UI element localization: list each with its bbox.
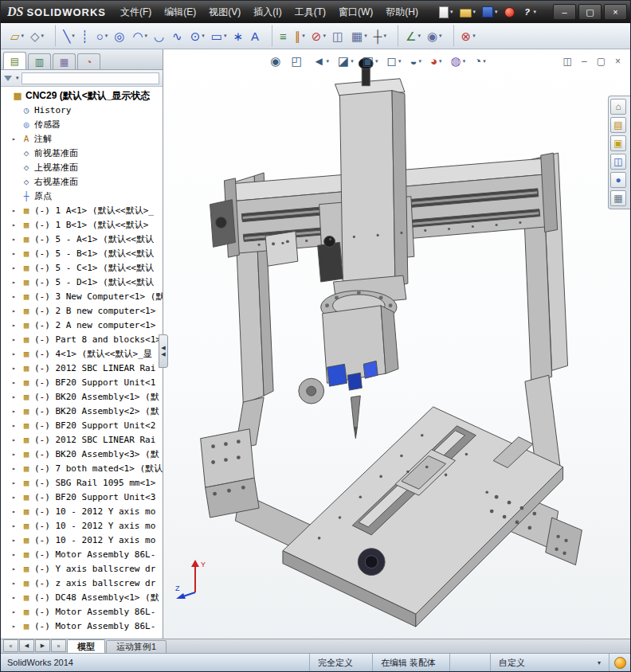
menu-item[interactable]: 视图(V) [202,2,247,22]
tree-component-item[interactable]: ▸ ▩ (-) BF20 Support Unit<3 [1,490,163,504]
file-explorer-icon[interactable]: ▣ [610,135,626,151]
menu-item[interactable]: 插入(I) [247,2,288,22]
cnc-model-canvas[interactable] [163,49,630,639]
expand-arrow-icon[interactable]: ▸ [12,135,21,143]
dimxpert-tab[interactable]: ◔ [77,53,100,69]
custom-properties-icon[interactable]: ▦ [610,190,626,206]
panel-collapse-handle[interactable]: ◀ ◀ [159,334,168,368]
expand-arrow-icon[interactable]: ▸ [12,264,21,272]
expand-arrow-icon[interactable]: ▸ [12,350,21,357]
smart-dimension-icon[interactable]: ◇ ▾ [27,25,47,47]
expand-arrow-icon[interactable]: ▸ [12,379,21,386]
filter-caret-icon[interactable]: ▾ [16,75,19,81]
tree-component-item[interactable]: ▸ ▩ (-) 3 New Computer<1> (默 [1,289,163,303]
tree-component-item[interactable]: ▸ ▩ (-) 5 - B<1> (默认<<默认 [1,246,163,260]
tree-item[interactable]: ◇ 前视基准面 [1,146,163,160]
tree-component-item[interactable]: ▸ ▩ (-) Part 8 and blocks<1> ( [1,332,163,346]
expand-arrow-icon[interactable]: ▸ [12,522,21,529]
tree-component-item[interactable]: ▸ ▩ (-) z axis ballscrew dr [1,576,163,590]
doc-minimize-icon[interactable]: – [582,56,587,67]
expand-arrow-icon[interactable]: ▸ [12,336,21,343]
expand-arrow-icon[interactable]: ▸ [12,594,21,601]
doc-close-icon[interactable]: × [615,56,621,67]
expand-arrow-icon[interactable]: ▸ [12,322,21,329]
expand-arrow-icon[interactable]: ▸ [12,436,21,443]
first-tab-button[interactable]: « [3,639,18,652]
expand-arrow-icon[interactable]: ▸ [12,465,21,472]
trim-entities-icon[interactable]: ⊘ ▾ [308,25,329,47]
view-orientation-icon[interactable]: ▣ ▾ [360,53,381,68]
doc-restore-icon[interactable]: ▢ [597,56,606,67]
expand-arrow-icon[interactable]: ▸ [12,408,21,415]
new-document-icon[interactable]: ▾ [437,4,455,20]
tree-item[interactable]: ┼ 原点 [1,189,163,203]
expand-arrow-icon[interactable]: ▸ [12,422,21,429]
save-icon[interactable]: ▾ [480,4,500,20]
line-icon[interactable]: ╲ ▾ [55,25,78,47]
tree-component-item[interactable]: ▸ ▩ (-) 10 - 2012 Y axis mo [1,533,163,547]
display-style-icon[interactable]: ◻ ▾ [384,53,403,68]
expand-arrow-icon[interactable]: ▸ [12,551,21,558]
tree-item[interactable]: ◇ 上视基准面 [1,160,163,174]
offset-entities-icon[interactable]: ∥ ▾ [292,25,308,47]
document-tab[interactable]: 模型 [67,639,105,653]
mirror-entities-icon[interactable]: ◫ [329,25,348,47]
help-icon[interactable]: ? ▾ [521,4,539,20]
display-relations-icon[interactable]: ∠ ▾ [398,25,424,47]
appearances-icon[interactable]: ● [610,172,626,188]
prev-tab-button[interactable]: ◀ [19,639,34,652]
expand-arrow-icon[interactable]: ▸ [12,221,21,229]
point-icon[interactable]: ∗ [229,25,248,47]
last-tab-button[interactable]: » [51,639,66,652]
configurationmanager-tab[interactable]: ▦ [53,53,76,69]
tree-component-item[interactable]: ▸ ▩ (-) Y axis ballscrew dr [1,561,163,576]
tree-component-item[interactable]: ▸ ▩ (-) 1 B<1> (默认<<默认> [1,217,163,232]
menu-item[interactable]: 帮助(H) [379,2,425,22]
tree-component-item[interactable]: ▸ ▩ (-) 5 - D<1> (默认<<默认 [1,275,163,289]
tree-component-item[interactable]: ▸ ▩ (-) 2012 SBC LINEAR Rai [1,361,163,375]
move-entities-icon[interactable]: ┼ ▾ [370,25,390,47]
tree-component-item[interactable]: ▸ ▩ (-) 7 both mated<1> (默认 [1,461,163,475]
edit-appearance-icon[interactable]: ◕ ▾ [428,53,445,68]
expand-arrow-icon[interactable]: ▸ [12,565,21,572]
spline-icon[interactable]: ∿ [169,25,187,47]
circle-icon[interactable]: ○ ▾ [93,25,112,47]
quick-snaps-icon[interactable]: ◉ ▾ [424,25,445,47]
tree-component-item[interactable]: ▸ ▩ (-) Motor Assembly 86L- [1,619,163,633]
close-button[interactable]: × [604,4,627,20]
expand-arrow-icon[interactable]: ▸ [12,537,21,544]
text-icon[interactable]: A [248,25,264,47]
tree-item[interactable]: ◷ History [1,103,163,117]
graphics-viewport[interactable]: ◉ ◰ ◄ ▾ ◪ ▾ ▣ ▾ ◻ [163,49,630,639]
tree-component-item[interactable]: ▸ ▩ (-) 1 A<1> (默认<<默认>_ [1,203,163,217]
expand-arrow-icon[interactable]: ▸ [12,207,21,214]
menu-item[interactable]: 编辑(E) [158,2,202,22]
design-library-icon[interactable]: ▤ [610,117,626,133]
help-status-icon[interactable] [609,654,630,671]
tree-item[interactable]: ◎ 传感器 [1,117,163,131]
tree-component-item[interactable]: ▸ ▩ (-) BK20 Assembly<1> (默 [1,389,163,404]
expand-arrow-icon[interactable]: ▸ [12,293,21,300]
minimize-button[interactable]: – [553,4,576,20]
tree-component-item[interactable]: ▸ ▩ (-) BK20 Assembly<3> (默 [1,447,163,461]
expand-arrow-icon[interactable]: ▸ [12,623,21,630]
propertymanager-tab[interactable]: ▥ [28,53,51,69]
apply-scene-icon[interactable]: ◍ ▾ [449,53,468,68]
expand-arrow-icon[interactable]: ▸ [12,580,21,587]
open-icon[interactable]: ▾ [458,4,478,20]
tree-component-item[interactable]: ▸ ▩ (-) 2012 SBC LINEAR Rai [1,432,163,447]
filter-funnel-icon[interactable] [4,76,12,81]
tree-component-item[interactable]: ▸ ▩ (-) DC48 Assembly<1> (默 [1,590,163,604]
tree-component-item[interactable]: ▸ ▩ (-) Motor Assembly 86L- [1,547,163,561]
expand-arrow-icon[interactable]: ▸ [12,608,21,615]
expand-arrow-icon[interactable]: ▸ [12,279,21,286]
expand-arrow-icon[interactable]: ▸ [12,451,21,458]
menu-item[interactable]: 工具(T) [288,2,332,22]
section-view-icon[interactable]: ◪ ▾ [335,53,356,68]
tangent-arc-icon[interactable]: ◡ [151,25,169,47]
expand-arrow-icon[interactable]: ▸ [12,307,21,315]
hide-show-items-icon[interactable]: ◒ ▾ [407,53,424,68]
tree-component-item[interactable]: ▸ ▩ (-) Motor Assembly 86L- [1,604,163,619]
status-custom-selector[interactable]: 自定义 ▾ [490,654,609,671]
tree-component-item[interactable]: ▸ ▩ (-) 10 - 2012 Y axis mo [1,504,163,518]
